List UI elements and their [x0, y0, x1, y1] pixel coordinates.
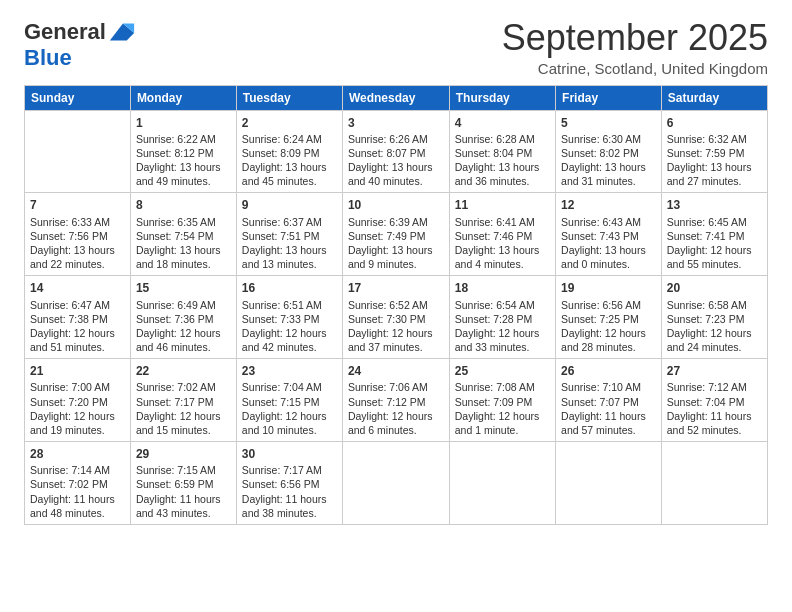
table-row [25, 110, 131, 193]
col-friday: Friday [556, 85, 662, 110]
day-number: 17 [348, 280, 444, 296]
day-number: 9 [242, 197, 337, 213]
table-row: 15Sunrise: 6:49 AM Sunset: 7:36 PM Dayli… [130, 276, 236, 359]
day-info: Sunrise: 6:33 AM Sunset: 7:56 PM Dayligh… [30, 215, 125, 272]
day-info: Sunrise: 6:22 AM Sunset: 8:12 PM Dayligh… [136, 132, 231, 189]
day-info: Sunrise: 6:24 AM Sunset: 8:09 PM Dayligh… [242, 132, 337, 189]
table-row: 17Sunrise: 6:52 AM Sunset: 7:30 PM Dayli… [342, 276, 449, 359]
calendar-week-row: 7Sunrise: 6:33 AM Sunset: 7:56 PM Daylig… [25, 193, 768, 276]
table-row: 12Sunrise: 6:43 AM Sunset: 7:43 PM Dayli… [556, 193, 662, 276]
table-row: 7Sunrise: 6:33 AM Sunset: 7:56 PM Daylig… [25, 193, 131, 276]
calendar-table: Sunday Monday Tuesday Wednesday Thursday… [24, 85, 768, 525]
title-block: September 2025 Catrine, Scotland, United… [502, 18, 768, 77]
table-row: 27Sunrise: 7:12 AM Sunset: 7:04 PM Dayli… [661, 359, 767, 442]
table-row: 16Sunrise: 6:51 AM Sunset: 7:33 PM Dayli… [236, 276, 342, 359]
day-info: Sunrise: 6:49 AM Sunset: 7:36 PM Dayligh… [136, 298, 231, 355]
day-info: Sunrise: 7:02 AM Sunset: 7:17 PM Dayligh… [136, 380, 231, 437]
table-row [661, 442, 767, 525]
calendar-week-row: 21Sunrise: 7:00 AM Sunset: 7:20 PM Dayli… [25, 359, 768, 442]
day-number: 13 [667, 197, 762, 213]
day-info: Sunrise: 7:08 AM Sunset: 7:09 PM Dayligh… [455, 380, 550, 437]
day-info: Sunrise: 6:28 AM Sunset: 8:04 PM Dayligh… [455, 132, 550, 189]
logo-general-text: General [24, 20, 106, 44]
table-row [449, 442, 555, 525]
day-info: Sunrise: 7:06 AM Sunset: 7:12 PM Dayligh… [348, 380, 444, 437]
day-info: Sunrise: 6:43 AM Sunset: 7:43 PM Dayligh… [561, 215, 656, 272]
table-row: 30Sunrise: 7:17 AM Sunset: 6:56 PM Dayli… [236, 442, 342, 525]
day-number: 7 [30, 197, 125, 213]
day-info: Sunrise: 6:26 AM Sunset: 8:07 PM Dayligh… [348, 132, 444, 189]
day-number: 29 [136, 446, 231, 462]
table-row: 20Sunrise: 6:58 AM Sunset: 7:23 PM Dayli… [661, 276, 767, 359]
calendar-week-row: 1Sunrise: 6:22 AM Sunset: 8:12 PM Daylig… [25, 110, 768, 193]
day-info: Sunrise: 6:47 AM Sunset: 7:38 PM Dayligh… [30, 298, 125, 355]
col-tuesday: Tuesday [236, 85, 342, 110]
day-number: 5 [561, 115, 656, 131]
day-number: 20 [667, 280, 762, 296]
table-row: 6Sunrise: 6:32 AM Sunset: 7:59 PM Daylig… [661, 110, 767, 193]
day-number: 4 [455, 115, 550, 131]
day-info: Sunrise: 7:17 AM Sunset: 6:56 PM Dayligh… [242, 463, 337, 520]
day-info: Sunrise: 6:51 AM Sunset: 7:33 PM Dayligh… [242, 298, 337, 355]
table-row: 8Sunrise: 6:35 AM Sunset: 7:54 PM Daylig… [130, 193, 236, 276]
day-number: 16 [242, 280, 337, 296]
day-number: 30 [242, 446, 337, 462]
day-info: Sunrise: 7:10 AM Sunset: 7:07 PM Dayligh… [561, 380, 656, 437]
table-row: 21Sunrise: 7:00 AM Sunset: 7:20 PM Dayli… [25, 359, 131, 442]
col-monday: Monday [130, 85, 236, 110]
day-number: 25 [455, 363, 550, 379]
day-number: 1 [136, 115, 231, 131]
table-row [556, 442, 662, 525]
table-row: 10Sunrise: 6:39 AM Sunset: 7:49 PM Dayli… [342, 193, 449, 276]
day-number: 10 [348, 197, 444, 213]
table-row: 2Sunrise: 6:24 AM Sunset: 8:09 PM Daylig… [236, 110, 342, 193]
table-row: 9Sunrise: 6:37 AM Sunset: 7:51 PM Daylig… [236, 193, 342, 276]
table-row: 18Sunrise: 6:54 AM Sunset: 7:28 PM Dayli… [449, 276, 555, 359]
day-info: Sunrise: 7:12 AM Sunset: 7:04 PM Dayligh… [667, 380, 762, 437]
day-info: Sunrise: 7:15 AM Sunset: 6:59 PM Dayligh… [136, 463, 231, 520]
day-number: 27 [667, 363, 762, 379]
col-thursday: Thursday [449, 85, 555, 110]
day-info: Sunrise: 7:00 AM Sunset: 7:20 PM Dayligh… [30, 380, 125, 437]
day-number: 11 [455, 197, 550, 213]
day-info: Sunrise: 6:56 AM Sunset: 7:25 PM Dayligh… [561, 298, 656, 355]
day-number: 23 [242, 363, 337, 379]
table-row: 23Sunrise: 7:04 AM Sunset: 7:15 PM Dayli… [236, 359, 342, 442]
calendar-header-row: Sunday Monday Tuesday Wednesday Thursday… [25, 85, 768, 110]
day-info: Sunrise: 7:04 AM Sunset: 7:15 PM Dayligh… [242, 380, 337, 437]
table-row: 25Sunrise: 7:08 AM Sunset: 7:09 PM Dayli… [449, 359, 555, 442]
logo: General Blue [24, 18, 136, 70]
table-row: 19Sunrise: 6:56 AM Sunset: 7:25 PM Dayli… [556, 276, 662, 359]
table-row: 4Sunrise: 6:28 AM Sunset: 8:04 PM Daylig… [449, 110, 555, 193]
calendar-week-row: 14Sunrise: 6:47 AM Sunset: 7:38 PM Dayli… [25, 276, 768, 359]
day-info: Sunrise: 6:54 AM Sunset: 7:28 PM Dayligh… [455, 298, 550, 355]
day-number: 14 [30, 280, 125, 296]
day-number: 12 [561, 197, 656, 213]
table-row: 24Sunrise: 7:06 AM Sunset: 7:12 PM Dayli… [342, 359, 449, 442]
day-number: 2 [242, 115, 337, 131]
day-number: 6 [667, 115, 762, 131]
day-info: Sunrise: 6:39 AM Sunset: 7:49 PM Dayligh… [348, 215, 444, 272]
header: General Blue September 2025 Catrine, Sco… [24, 18, 768, 77]
col-wednesday: Wednesday [342, 85, 449, 110]
table-row: 13Sunrise: 6:45 AM Sunset: 7:41 PM Dayli… [661, 193, 767, 276]
table-row: 5Sunrise: 6:30 AM Sunset: 8:02 PM Daylig… [556, 110, 662, 193]
col-saturday: Saturday [661, 85, 767, 110]
table-row [342, 442, 449, 525]
day-info: Sunrise: 6:58 AM Sunset: 7:23 PM Dayligh… [667, 298, 762, 355]
table-row: 22Sunrise: 7:02 AM Sunset: 7:17 PM Dayli… [130, 359, 236, 442]
day-info: Sunrise: 6:35 AM Sunset: 7:54 PM Dayligh… [136, 215, 231, 272]
day-number: 8 [136, 197, 231, 213]
day-number: 15 [136, 280, 231, 296]
day-number: 28 [30, 446, 125, 462]
day-number: 24 [348, 363, 444, 379]
table-row: 29Sunrise: 7:15 AM Sunset: 6:59 PM Dayli… [130, 442, 236, 525]
day-info: Sunrise: 6:37 AM Sunset: 7:51 PM Dayligh… [242, 215, 337, 272]
table-row: 26Sunrise: 7:10 AM Sunset: 7:07 PM Dayli… [556, 359, 662, 442]
table-row: 28Sunrise: 7:14 AM Sunset: 7:02 PM Dayli… [25, 442, 131, 525]
table-row: 11Sunrise: 6:41 AM Sunset: 7:46 PM Dayli… [449, 193, 555, 276]
day-info: Sunrise: 7:14 AM Sunset: 7:02 PM Dayligh… [30, 463, 125, 520]
location: Catrine, Scotland, United Kingdom [502, 60, 768, 77]
day-info: Sunrise: 6:45 AM Sunset: 7:41 PM Dayligh… [667, 215, 762, 272]
day-number: 19 [561, 280, 656, 296]
